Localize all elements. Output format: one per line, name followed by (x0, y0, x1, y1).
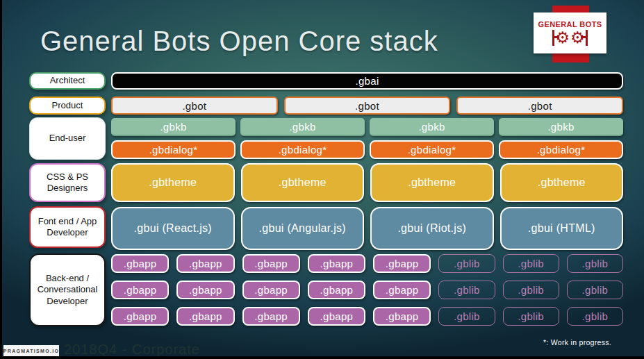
gblib-bar: .gblib (567, 307, 623, 326)
gbapp-bar: .gbapp (242, 254, 300, 273)
row-gbtheme: .gbtheme .gbtheme .gbtheme .gbtheme (111, 163, 623, 202)
gbtheme-bar: .gbtheme (241, 163, 365, 202)
footer-caption: 2018Q4 - Corporate (64, 342, 200, 358)
gbui-react-bar: .gbui (React.js) (111, 207, 235, 250)
row-gbdialog: .gbdialog* .gbdialog* .gbdialog* .gbdial… (111, 140, 623, 159)
gbapp-bar: .gbapp (308, 254, 365, 273)
gblib-bar: .gblib (503, 254, 559, 273)
row-gbui: .gbui (React.js) .gbui (Angular.js) .gbu… (111, 207, 623, 250)
gbdialog-bar: .gbdialog* (370, 140, 494, 159)
gbapp-bar: .gbapp (308, 281, 365, 299)
role-label-architect: Architect (29, 72, 106, 90)
gbot-bar: .gbot (284, 97, 451, 115)
gbapp-bar: .gbapp (111, 281, 169, 299)
gblib-bar: .gblib (438, 281, 495, 299)
gbapp-bar: .gbapp (111, 307, 169, 326)
role-label-product: Product (29, 97, 106, 115)
page-title: General Bots Open Core stack (40, 26, 438, 56)
gbapp-bar: .gbapp (176, 254, 234, 273)
gbapp-bar: .gbapp (308, 307, 365, 326)
pragmatismo-logo: PRAGMATISMO.IO (3, 345, 59, 357)
gbui-riot-bar: .gbui (Riot.js) (370, 207, 494, 250)
gbkb-bar: .gbkb (240, 118, 365, 136)
gblib-bar: .gblib (503, 307, 559, 326)
role-label-frontend-developer: Font end / App Developer (29, 206, 106, 248)
row-backend-3: .gbapp .gbapp .gbapp .gbapp .gbapp .gbli… (111, 307, 623, 326)
gbdialog-bar: .gbdialog* (499, 140, 623, 159)
role-label-backend-developer: Back-end / Conversational Developer (29, 253, 106, 326)
gbapp-bar: .gbapp (111, 254, 169, 273)
role-label-designers: CSS & PS Designers (29, 163, 106, 202)
gbdialog-bar: .gbdialog* (111, 140, 236, 159)
fork-left-icon (552, 30, 554, 46)
row-backend-1: .gbapp .gbapp .gbapp .gbapp .gbapp .gbli… (111, 254, 623, 273)
gbapp-bar: .gbapp (373, 281, 431, 299)
bottom-edge-strip (0, 356, 644, 359)
gbapp-bar: .gbapp (176, 307, 234, 326)
gbui-html-bar: .gbui (HTML) (500, 207, 624, 250)
gears-icon: ⚙ ⚙ (552, 30, 587, 46)
fork-right-icon (586, 30, 588, 46)
gbapp-bar: .gbapp (176, 281, 234, 299)
gbai-bar: .gbai (111, 72, 623, 90)
row-backend-2: .gbapp .gbapp .gbapp .gbapp .gbapp .gbli… (111, 281, 623, 299)
gbapp-bar: .gbapp (242, 307, 300, 326)
logo-brand-text: GENERAL BOTS (538, 20, 602, 28)
gblib-bar: .gblib (438, 254, 495, 273)
gblib-bar: .gblib (438, 307, 495, 326)
row-gbai: .gbai (111, 72, 623, 90)
gblib-bar: .gblib (503, 281, 559, 299)
gbapp-bar: .gbapp (373, 254, 431, 273)
role-label-end-user: End-user (29, 117, 106, 160)
slide: General Bots Open Core stack GENERAL BOT… (0, 0, 644, 359)
row-gbot: .gbot .gbot .gbot (111, 97, 623, 115)
general-bots-logo: GENERAL BOTS ⚙ ⚙ (534, 12, 606, 53)
gbui-angular-bar: .gbui (Angular.js) (241, 207, 365, 250)
gbkb-bar: .gbkb (111, 118, 236, 136)
gbkb-bar: .gbkb (499, 118, 623, 136)
gbot-bar: .gbot (456, 97, 623, 115)
gbot-bar: .gbot (111, 97, 278, 115)
gbkb-bar: .gbkb (370, 118, 494, 136)
row-gbkb: .gbkb .gbkb .gbkb .gbkb (111, 118, 623, 136)
gblib-bar: .gblib (567, 281, 623, 299)
gbapp-bar: .gbapp (373, 307, 431, 326)
gbapp-bar: .gbapp (242, 281, 300, 299)
gbdialog-bar: .gbdialog* (240, 140, 365, 159)
left-edge-strip (0, 0, 2, 359)
gbtheme-bar: .gbtheme (500, 163, 624, 202)
gbtheme-bar: .gbtheme (111, 163, 235, 202)
gblib-bar: .gblib (567, 254, 623, 273)
gbtheme-bar: .gbtheme (370, 163, 494, 202)
work-in-progress-note: *: Work in progress. (543, 338, 611, 347)
